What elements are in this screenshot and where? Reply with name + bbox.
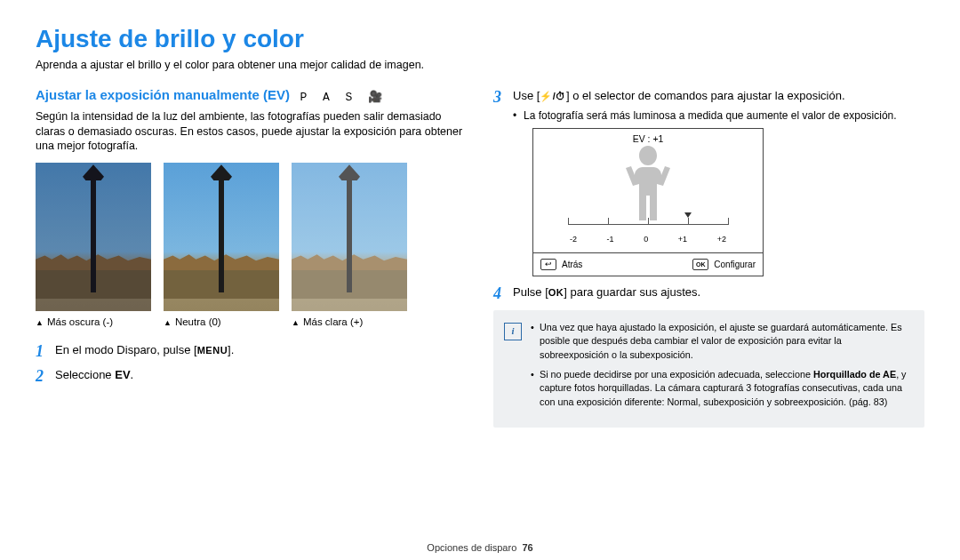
example-image	[164, 163, 279, 311]
ev-pointer-icon	[684, 212, 692, 218]
tick-label: 0	[644, 234, 648, 246]
ok-key-icon: OK	[692, 259, 708, 270]
step-text: ].	[228, 343, 234, 356]
note-box: i Una vez que haya ajustado la exposició…	[493, 310, 924, 428]
two-column-layout: Ajustar la exposición manualmente (EV) P…	[36, 87, 924, 428]
step-4: 4 Pulse [OK] para guardar sus ajustes.	[493, 284, 924, 301]
step-3: 3 Use [⚡/⏱] o el selector de comandos pa…	[493, 87, 924, 276]
section-description: Según la intensidad de la luz del ambien…	[36, 109, 467, 155]
step-text: .	[131, 368, 134, 381]
note-bold: Horquillado de AE	[813, 369, 896, 380]
preview-area: EV : +1 -2 -1	[533, 129, 763, 253]
mode-icons: P A S 🎥	[300, 91, 387, 104]
camera-preview-frame: EV : +1 -2 -1	[532, 128, 764, 276]
triangle-icon: ▲	[292, 318, 300, 327]
steps-left: 1 En el modo Disparo, pulse [MENU]. 2 Se…	[36, 341, 467, 383]
step-text: Pulse [	[513, 285, 548, 299]
step-text: Seleccione	[55, 368, 115, 381]
step-1: 1 En el modo Disparo, pulse [MENU].	[36, 341, 467, 359]
steps-right: 3 Use [⚡/⏱] o el selector de comandos pa…	[493, 87, 924, 301]
photo-brighter: ▲Más clara (+)	[292, 163, 407, 327]
tick-label: +2	[717, 234, 726, 246]
step-number: 1	[36, 340, 44, 364]
right-column: 3 Use [⚡/⏱] o el selector de comandos pa…	[493, 87, 924, 428]
note-list: Una vez que haya ajustado la exposición,…	[531, 321, 912, 415]
photo-darker: ▲Más oscura (-)	[36, 163, 151, 327]
step-number: 2	[36, 364, 44, 388]
photo-neutral: ▲Neutra (0)	[164, 163, 279, 327]
tick-label: +1	[678, 234, 687, 246]
tick-label: -1	[607, 234, 614, 246]
ev-scale: -2 -1 0 +1 +2	[568, 224, 728, 245]
step-text: ] o el selector de comandos para ajustar…	[566, 89, 845, 102]
example-image	[292, 163, 407, 311]
triangle-icon: ▲	[164, 318, 172, 327]
info-icon: i	[504, 323, 522, 340]
ev-keyword: EV	[115, 368, 130, 381]
step-text: En el modo Disparo, pulse [	[55, 343, 197, 356]
section-header: Ajustar la exposición manualmente (EV) P…	[36, 87, 467, 104]
sub-bullets: La fotografía será más luminosa a medida…	[513, 108, 924, 124]
page-title: Ajuste de brillo y color	[36, 25, 924, 53]
photo-caption: ▲Neutra (0)	[164, 316, 279, 327]
intro-text: Aprenda a ajustar el brillo y el color p…	[36, 59, 924, 71]
example-image	[36, 163, 151, 311]
caption-text: Más clara (+)	[303, 316, 363, 327]
footer-page-number: 76	[522, 542, 532, 553]
step-number: 4	[493, 282, 501, 306]
step-number: 3	[493, 85, 501, 109]
person-silhouette-icon	[617, 144, 679, 220]
photo-caption: ▲Más clara (+)	[292, 316, 407, 327]
menu-key-icon: MENU	[197, 343, 228, 358]
preview-footer: ↩ Atrás OK Configurar	[533, 253, 763, 276]
back-label: Atrás	[562, 258, 582, 271]
sub-bullet: La fotografía será más luminosa a medida…	[513, 108, 924, 124]
example-photo-row: ▲Más oscura (-) ▲Neutra (0) ▲Más clara (…	[36, 163, 467, 327]
note-item: Una vez que haya ajustado la exposición,…	[531, 321, 912, 363]
ev-tick-labels: -2 -1 0 +1 +2	[568, 234, 728, 246]
left-column: Ajustar la exposición manualmente (EV) P…	[36, 87, 467, 428]
ok-label: Configurar	[714, 258, 756, 271]
caption-text: Más oscura (-)	[47, 316, 113, 327]
ok-key-icon: OK	[548, 285, 564, 300]
triangle-icon: ▲	[36, 318, 44, 327]
note-text: Si no puede decidirse por una exposición…	[540, 369, 813, 380]
page-footer: Opciones de disparo 76	[0, 542, 960, 553]
note-item: Si no puede decidirse por una exposición…	[531, 368, 912, 410]
back-key-icon: ↩	[540, 259, 556, 270]
section-heading: Ajustar la exposición manualmente (EV)	[36, 87, 290, 102]
flash-timer-key-icon: ⚡/⏱	[540, 89, 566, 104]
caption-text: Neutra (0)	[175, 316, 221, 327]
step-text: ] para guardar sus ajustes.	[564, 285, 700, 299]
footer-section: Opciones de disparo	[427, 542, 516, 553]
photo-caption: ▲Más oscura (-)	[36, 316, 151, 327]
step-2: 2 Seleccione EV.	[36, 366, 467, 384]
tick-label: -2	[570, 234, 577, 246]
page: Ajuste de brillo y color Aprenda a ajust…	[0, 0, 960, 445]
step-text: Use [	[513, 89, 540, 102]
